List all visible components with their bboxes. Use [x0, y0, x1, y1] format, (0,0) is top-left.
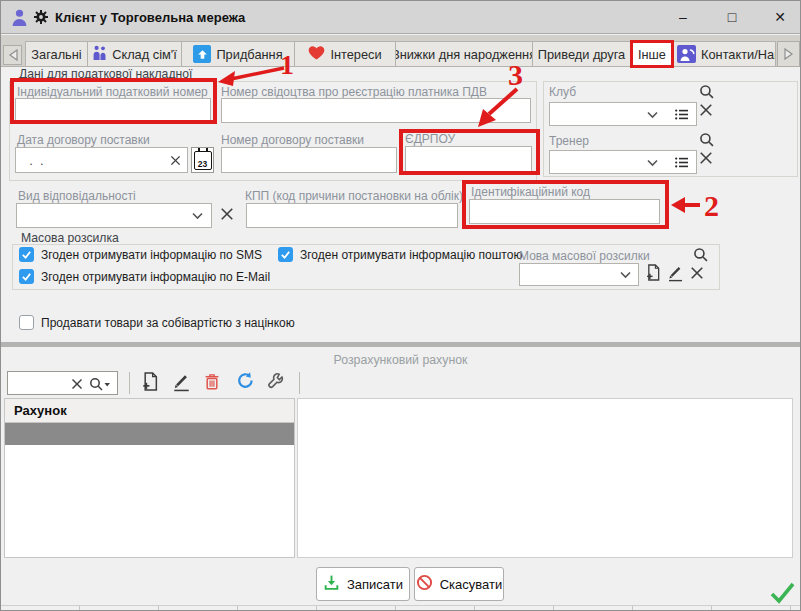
search-menu-icon[interactable]	[89, 377, 111, 391]
vat-cert-input[interactable]	[221, 98, 531, 123]
cancel-button[interactable]: Скасувати	[414, 567, 504, 601]
status-cell	[159, 606, 238, 611]
calendar-icon: 23	[194, 151, 212, 170]
edrpou-input[interactable]	[405, 146, 532, 172]
liability-clear-icon[interactable]	[220, 207, 234, 221]
chevron-down-icon	[620, 271, 631, 279]
email-checkbox-label: Згоден отримувати інформацію по E-Mail	[41, 270, 270, 284]
edit-record-icon[interactable]	[172, 372, 191, 392]
check-icon	[280, 249, 291, 260]
save-button-label: Записати	[347, 577, 403, 592]
check-icon	[21, 271, 32, 282]
mailing-language-search-icon[interactable]	[693, 247, 708, 262]
calendar-button[interactable]: 23	[191, 147, 214, 173]
contract-date-input[interactable]: . .	[15, 147, 188, 173]
confirm-check-icon[interactable]	[769, 581, 796, 608]
close-button[interactable]: ✕	[768, 6, 792, 28]
sms-checkbox[interactable]	[19, 247, 34, 262]
tab-scroll-left-button[interactable]	[3, 45, 22, 65]
tab-scroll-right-button[interactable]	[777, 41, 800, 67]
cancel-icon	[416, 574, 433, 594]
tab-refer-friend[interactable]: Приведи друга	[532, 41, 631, 67]
email-checkbox[interactable]	[19, 269, 34, 284]
account-detail-panel[interactable]	[297, 398, 793, 558]
ident-code-input[interactable]	[469, 199, 660, 224]
add-document-icon[interactable]	[646, 263, 661, 282]
ipn-label: Індивідуальний податковий номер	[17, 85, 208, 99]
liability-select[interactable]	[16, 203, 212, 228]
sell-at-cost-label: Продавати товари за собівартістю з націн…	[41, 316, 295, 330]
trainer-select[interactable]	[549, 150, 697, 174]
tab-label: Склад сім'ї	[112, 47, 177, 62]
tab-general[interactable]: Загальні	[25, 41, 88, 67]
family-icon	[92, 45, 107, 63]
post-checkbox[interactable]	[278, 247, 293, 262]
table-row[interactable]	[5, 423, 294, 445]
add-record-icon[interactable]	[142, 371, 159, 392]
tab-other[interactable]: Інше	[630, 40, 674, 68]
club-search-icon[interactable]	[699, 84, 714, 99]
up-arrow-icon	[193, 45, 211, 63]
trainer-clear-icon[interactable]	[699, 151, 713, 165]
club-select[interactable]	[549, 102, 697, 126]
splitter-bar[interactable]	[1, 342, 800, 347]
chevron-down-icon	[647, 159, 658, 167]
toolbar-separator	[129, 372, 130, 394]
mailing-language-clear-icon[interactable]	[690, 266, 704, 280]
tab-birthday-discounts[interactable]: Знижки дня народження	[395, 41, 533, 67]
maximize-button[interactable]: □	[720, 6, 744, 28]
title-bar: Клієнт у Торговельна мережа – □ ✕	[1, 1, 800, 34]
clear-icon[interactable]	[170, 155, 181, 166]
ipn-input[interactable]	[15, 98, 211, 123]
check-icon	[21, 249, 32, 260]
delete-record-icon[interactable]	[204, 372, 220, 391]
tab-interests[interactable]: Інтереси	[294, 41, 396, 67]
status-cell	[238, 606, 317, 611]
clear-icon[interactable]	[71, 378, 83, 390]
chevron-down-icon	[647, 111, 658, 119]
tab-contacts[interactable]: Контакти/Наг	[673, 41, 776, 67]
list-icon[interactable]	[675, 109, 688, 120]
table-header-account[interactable]: Рахунок	[5, 399, 294, 423]
contract-date-value: . .	[22, 153, 44, 168]
sms-checkbox-label: Згоден отримувати інформацію по SMS	[41, 248, 262, 262]
status-cell	[1, 606, 80, 611]
club-clear-icon[interactable]	[699, 103, 713, 117]
account-search-input[interactable]	[7, 371, 118, 395]
trainer-search-icon[interactable]	[699, 132, 714, 147]
edrpou-label: ЄДРПОУ	[405, 132, 455, 146]
tab-family[interactable]: Склад сім'ї	[87, 41, 182, 67]
minimize-button[interactable]: –	[671, 6, 695, 28]
tab-label: Загальні	[31, 47, 81, 62]
tax-invoice-group-title: Дані для податкової накладної	[19, 67, 192, 81]
mass-mailing-group-title: Масова розсилка	[21, 231, 119, 245]
ident-code-label: Ідентифікаційний код	[471, 185, 590, 199]
settings-wrench-icon[interactable]	[267, 372, 285, 390]
tab-label: Знижки дня народження	[395, 47, 533, 62]
annotation-arrow-2	[671, 197, 700, 213]
edit-pencil-icon[interactable]	[667, 264, 684, 282]
kpp-input[interactable]	[246, 203, 458, 228]
triangle-right-icon	[783, 47, 795, 61]
account-section-title: Розрахунковий рахунок	[1, 353, 800, 367]
kpp-label: КПП (код причини постановки на облік)	[245, 189, 463, 203]
person-icon	[10, 8, 29, 31]
sell-at-cost-checkbox[interactable]	[19, 315, 34, 330]
tab-purchases[interactable]: Придбання	[181, 41, 295, 67]
vat-cert-label: Номер свідоцтва про реєстрацію платника …	[221, 85, 487, 99]
status-cell	[80, 606, 159, 611]
contract-number-input[interactable]	[221, 147, 397, 173]
gear-icon	[33, 9, 49, 29]
tab-label: Інше	[638, 47, 666, 62]
mailing-language-select[interactable]	[519, 263, 639, 286]
status-cell	[554, 606, 633, 611]
contacts-icon	[677, 45, 696, 63]
window-title: Клієнт у Торговельна мережа	[55, 10, 245, 25]
contract-number-label: Номер договору поставки	[221, 133, 364, 147]
save-button[interactable]: Записати	[316, 567, 410, 601]
accounts-table: Рахунок	[4, 398, 295, 558]
mailing-language-label: Мова масової розсилки	[519, 249, 650, 263]
list-icon[interactable]	[675, 157, 688, 168]
refresh-icon[interactable]	[236, 371, 255, 390]
calendar-day: 23	[198, 159, 207, 169]
